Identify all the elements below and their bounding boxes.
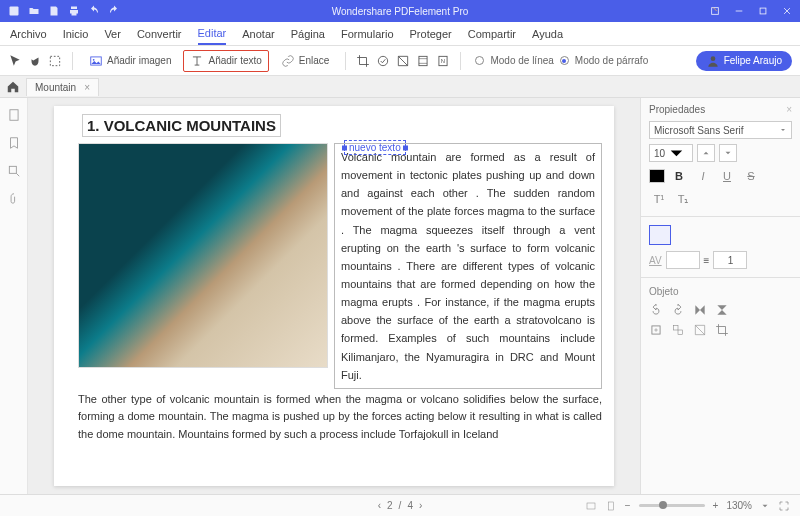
- align-right-button[interactable]: [697, 225, 719, 245]
- mode-paragraph-label: Modo de párrafo: [575, 55, 648, 66]
- crop-object-icon[interactable]: [715, 323, 729, 337]
- extract-icon[interactable]: [649, 323, 663, 337]
- fullscreen-icon[interactable]: [778, 500, 790, 512]
- bookmarks-icon[interactable]: [7, 136, 21, 150]
- cursor-tool-icon[interactable]: [8, 54, 22, 68]
- menu-archivo[interactable]: Archivo: [10, 28, 47, 40]
- align-left-button[interactable]: [649, 225, 671, 245]
- fit-page-icon[interactable]: [605, 500, 617, 512]
- print-icon[interactable]: [68, 5, 80, 17]
- doc-heading[interactable]: 1. VOLCANIC MOUNTAINS: [82, 114, 281, 137]
- undo-icon[interactable]: [88, 5, 100, 17]
- menu-inicio[interactable]: Inicio: [63, 28, 89, 40]
- page-prev-icon[interactable]: ‹: [378, 500, 381, 511]
- menu-ver[interactable]: Ver: [104, 28, 121, 40]
- header-footer-icon[interactable]: [416, 54, 430, 68]
- svg-rect-0: [10, 7, 19, 16]
- page-next-icon[interactable]: ›: [419, 500, 422, 511]
- minimize-icon[interactable]: [734, 6, 744, 16]
- fit-width-icon[interactable]: [585, 500, 597, 512]
- line-spacing-input[interactable]: 1: [713, 251, 747, 269]
- menu-editar[interactable]: Editar: [198, 27, 227, 45]
- select-tool-icon[interactable]: [48, 54, 62, 68]
- document-tab-bar: Mountain ×: [0, 76, 800, 98]
- char-spacing-input[interactable]: [666, 251, 700, 269]
- svg-rect-14: [9, 110, 17, 121]
- align-center-button[interactable]: [673, 225, 695, 245]
- align-justify-button[interactable]: [721, 225, 743, 245]
- menu-ayuda[interactable]: Ayuda: [532, 28, 563, 40]
- page-total: 4: [407, 500, 413, 511]
- menu-formulario[interactable]: Formulario: [341, 28, 394, 40]
- replace-icon[interactable]: [671, 323, 685, 337]
- bates-tool-icon[interactable]: N: [436, 54, 450, 68]
- tab-close-icon[interactable]: ×: [84, 82, 90, 93]
- rotate-right-icon[interactable]: [671, 303, 685, 317]
- title-bar: Wondershare PDFelement Pro: [0, 0, 800, 22]
- add-image-button[interactable]: Añadir imagen: [83, 51, 177, 71]
- flip-vertical-icon[interactable]: [693, 303, 707, 317]
- menu-anotar[interactable]: Anotar: [242, 28, 274, 40]
- page-current[interactable]: 2: [387, 500, 393, 511]
- properties-panel: Propiedades × Microsoft Sans Serif 10 B …: [640, 98, 800, 494]
- app-logo-icon: [8, 5, 20, 17]
- object-section-label: Objeto: [649, 286, 792, 297]
- volcanic-image[interactable]: [78, 143, 328, 368]
- superscript-button[interactable]: T¹: [649, 190, 669, 208]
- maximize-icon[interactable]: [758, 6, 768, 16]
- add-text-button[interactable]: Añadir texto: [183, 50, 268, 72]
- svg-point-6: [93, 58, 95, 60]
- flip-horizontal-icon[interactable]: [715, 303, 729, 317]
- new-text-box[interactable]: nuevo texto: [344, 140, 406, 155]
- svg-point-7: [379, 56, 388, 65]
- underline-button[interactable]: U: [717, 167, 737, 185]
- font-size-select[interactable]: 10: [649, 144, 693, 162]
- user-account-pill[interactable]: Felipe Araujo: [696, 51, 792, 71]
- properties-close-icon[interactable]: ×: [786, 104, 792, 115]
- paragraph-right[interactable]: Volcanic mountain are formed as a result…: [334, 143, 602, 389]
- paragraph-lower[interactable]: The other type of volcanic mountain is f…: [54, 389, 614, 444]
- attachments-icon[interactable]: [7, 192, 21, 206]
- left-sidebar: [0, 98, 28, 494]
- document-tab[interactable]: Mountain ×: [26, 78, 99, 96]
- zoom-slider[interactable]: [639, 504, 705, 507]
- zoom-dropdown-icon[interactable]: [760, 501, 770, 511]
- svg-rect-2: [736, 11, 743, 12]
- search-panel-icon[interactable]: [7, 164, 21, 178]
- menu-proteger[interactable]: Proteger: [410, 28, 452, 40]
- svg-text:N: N: [441, 58, 445, 64]
- notify-icon[interactable]: [710, 6, 720, 16]
- font-increase-button[interactable]: [719, 144, 737, 162]
- subscript-button[interactable]: T₁: [673, 190, 693, 208]
- menu-bar: Archivo Inicio Ver Convertir Editar Anot…: [0, 22, 800, 46]
- font-decrease-button[interactable]: [697, 144, 715, 162]
- save-icon[interactable]: [48, 5, 60, 17]
- menu-pagina[interactable]: Página: [291, 28, 325, 40]
- char-spacing-label: AV: [649, 255, 662, 266]
- thumbnails-icon[interactable]: [7, 108, 21, 122]
- document-canvas[interactable]: 1. VOLCANIC MOUNTAINS nuevo texto Volcan…: [28, 98, 640, 494]
- status-bar: ‹ 2 /4 › − + 130%: [0, 494, 800, 516]
- zoom-out-icon[interactable]: −: [625, 500, 631, 511]
- strike-button[interactable]: S: [741, 167, 761, 185]
- watermark-tool-icon[interactable]: [376, 54, 390, 68]
- background-tool-icon[interactable]: [396, 54, 410, 68]
- font-family-select[interactable]: Microsoft Sans Serif: [649, 121, 792, 139]
- link-button[interactable]: Enlace: [275, 51, 336, 71]
- hand-tool-icon[interactable]: [28, 54, 42, 68]
- mode-paragraph-radio[interactable]: [560, 56, 569, 65]
- mode-line-radio[interactable]: [475, 56, 484, 65]
- crop-tool-icon[interactable]: [356, 54, 370, 68]
- close-icon[interactable]: [782, 6, 792, 16]
- opacity-icon[interactable]: [693, 323, 707, 337]
- redo-icon[interactable]: [108, 5, 120, 17]
- home-tab-icon[interactable]: [6, 80, 20, 94]
- zoom-in-icon[interactable]: +: [713, 500, 719, 511]
- italic-button[interactable]: I: [693, 167, 713, 185]
- bold-button[interactable]: B: [669, 167, 689, 185]
- rotate-left-icon[interactable]: [649, 303, 663, 317]
- text-color-swatch[interactable]: [649, 169, 665, 183]
- menu-convertir[interactable]: Convertir: [137, 28, 182, 40]
- open-file-icon[interactable]: [28, 5, 40, 17]
- menu-compartir[interactable]: Compartir: [468, 28, 516, 40]
